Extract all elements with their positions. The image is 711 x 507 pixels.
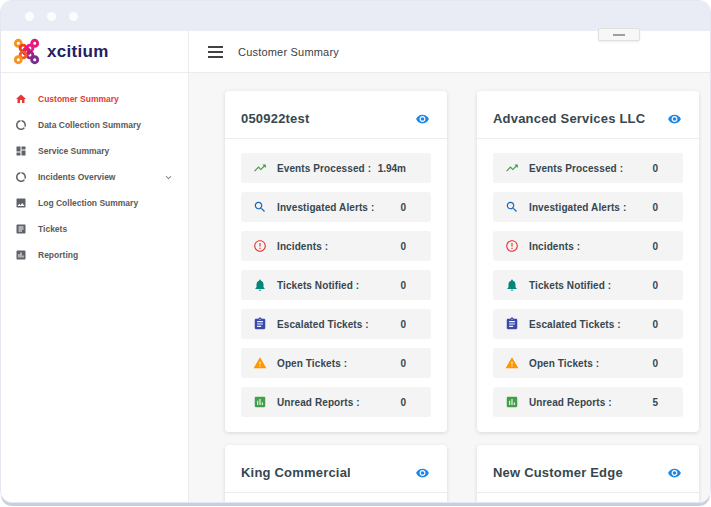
stat-label: Investigated Alerts :: [529, 202, 626, 213]
window-control-dot[interactable]: [47, 12, 56, 21]
stat-row: Incidents : 0: [241, 231, 431, 261]
stat-value: 0: [652, 241, 671, 252]
customer-card: King Commercial: [225, 445, 447, 502]
view-customer-button[interactable]: [666, 112, 683, 126]
incident-alert-icon: [253, 239, 267, 253]
stat-value: 0: [400, 280, 419, 291]
stat-label: Escalated Tickets :: [277, 319, 369, 330]
report-chart-icon: [253, 395, 267, 409]
incident-alert-icon: [505, 239, 519, 253]
stat-label: Tickets Notified :: [529, 280, 611, 291]
stat-value: 0: [400, 241, 419, 252]
stat-value: 0: [400, 397, 419, 408]
stat-row: Tickets Notified : 0: [493, 270, 683, 300]
data-usage-icon: [15, 171, 27, 183]
search-icon: [253, 200, 267, 214]
home-icon: [15, 93, 27, 105]
stat-label: Escalated Tickets :: [529, 319, 621, 330]
report-icon: [15, 249, 27, 261]
stat-value: 0: [400, 358, 419, 369]
clipboard-icon: [505, 317, 519, 331]
page-title: Customer Summary: [238, 46, 339, 58]
customer-card: 050922test Events Processed : 1.94m: [225, 91, 447, 432]
sidebar-item-service-summary[interactable]: Service Summary: [1, 138, 188, 164]
brand-name: xcitium: [47, 42, 109, 62]
customer-card-title: King Commercial: [241, 465, 351, 480]
stat-row: Events Processed : 1.94m: [241, 153, 431, 183]
customer-card-title: 050922test: [241, 111, 310, 126]
stat-row: Investigated Alerts : 0: [241, 192, 431, 222]
view-customer-button[interactable]: [414, 112, 431, 126]
stat-value: 0: [652, 358, 671, 369]
xcitium-logo-icon: [13, 38, 40, 65]
customer-cards-grid: 050922test Events Processed : 1.94m: [225, 91, 696, 502]
eye-icon: [666, 466, 683, 480]
chevron-down-icon: [163, 172, 174, 183]
eye-icon: [414, 112, 431, 126]
stat-label: Incidents :: [277, 241, 328, 252]
sidebar-item-reporting[interactable]: Reporting: [1, 242, 188, 268]
report-chart-icon: [505, 395, 519, 409]
divider: [225, 492, 447, 493]
search-icon: [505, 200, 519, 214]
warning-triangle-icon: [505, 356, 519, 370]
hamburger-menu-icon[interactable]: [208, 46, 223, 58]
ticket-icon: [15, 223, 27, 235]
clipboard-icon: [253, 317, 267, 331]
view-customer-button[interactable]: [666, 466, 683, 480]
divider: [477, 138, 699, 139]
stat-row: Escalated Tickets : 0: [493, 309, 683, 339]
stat-row: Investigated Alerts : 0: [493, 192, 683, 222]
customer-card-title: New Customer Edge: [493, 465, 623, 480]
view-customer-button[interactable]: [414, 466, 431, 480]
stat-value: 0: [400, 202, 419, 213]
stat-label: Unread Reports :: [277, 397, 360, 408]
stat-value: 0: [652, 163, 671, 174]
warning-triangle-icon: [253, 356, 267, 370]
stat-row: Open Tickets : 0: [493, 348, 683, 378]
stat-label: Events Processed :: [277, 163, 371, 174]
stat-label: Investigated Alerts :: [277, 202, 374, 213]
stat-label: Open Tickets :: [277, 358, 347, 369]
stat-label: Events Processed :: [529, 163, 623, 174]
main-panel: 050922test Events Processed : 1.94m: [189, 73, 710, 502]
window-control-dot[interactable]: [25, 12, 34, 21]
bell-icon: [253, 278, 267, 292]
content-area: Customer Summary 050922test: [189, 31, 710, 502]
sidebar-item-label: Tickets: [38, 224, 67, 234]
trend-icon: [253, 161, 267, 175]
app-body: xcitium Customer Summary Data Collection…: [1, 31, 710, 502]
stat-row: Unread Reports : 0: [241, 387, 431, 417]
window-control-dot[interactable]: [69, 12, 78, 21]
image-icon: [15, 197, 27, 209]
brand-logo[interactable]: xcitium: [1, 31, 188, 73]
mini-scroll-control[interactable]: [598, 28, 640, 41]
eye-icon: [414, 466, 431, 480]
stat-row: Incidents : 0: [493, 231, 683, 261]
stat-value: 1.94m: [378, 163, 419, 174]
sidebar-item-tickets[interactable]: Tickets: [1, 216, 188, 242]
stat-label: Tickets Notified :: [277, 280, 359, 291]
sidebar-item-log-collection-summary[interactable]: Log Collection Summary: [1, 190, 188, 216]
stat-row: Tickets Notified : 0: [241, 270, 431, 300]
sidebar-item-data-collection-summary[interactable]: Data Collection Summary: [1, 112, 188, 138]
stat-row: Escalated Tickets : 0: [241, 309, 431, 339]
data-usage-icon: [15, 119, 27, 131]
divider: [225, 138, 447, 139]
stat-row: Events Processed : 0: [493, 153, 683, 183]
customer-card: New Customer Edge: [477, 445, 699, 502]
stat-row: Unread Reports : 5: [493, 387, 683, 417]
sidebar-item-label: Incidents Overview: [38, 172, 115, 182]
sidebar-item-customer-summary[interactable]: Customer Summary: [1, 86, 188, 112]
browser-window: xcitium Customer Summary Data Collection…: [0, 0, 711, 503]
sidebar-item-label: Customer Summary: [38, 94, 119, 104]
stat-value: 0: [652, 319, 671, 330]
customer-card: Advanced Services LLC Events Processed :…: [477, 91, 699, 432]
sidebar-item-label: Reporting: [38, 250, 78, 260]
sidebar-item-incidents-overview[interactable]: Incidents Overview: [1, 164, 188, 190]
divider: [477, 492, 699, 493]
stat-label: Open Tickets :: [529, 358, 599, 369]
stat-value: 0: [652, 280, 671, 291]
stat-row: Open Tickets : 0: [241, 348, 431, 378]
eye-icon: [666, 112, 683, 126]
